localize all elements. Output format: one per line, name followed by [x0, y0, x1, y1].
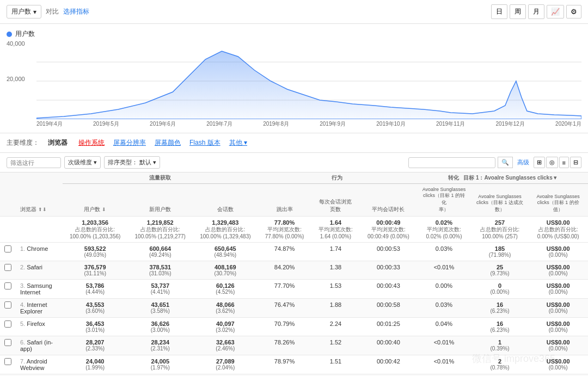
- row-checkbox-cell[interactable]: [0, 318, 16, 336]
- th-avg-session[interactable]: 平均会话时长: [360, 184, 416, 217]
- th-pages-per-session[interactable]: 每次会话浏览页数: [311, 184, 360, 217]
- browser-link[interactable]: Firefox: [27, 320, 45, 327]
- total-label: [16, 217, 63, 243]
- x-label-6: 2019年10月: [376, 120, 405, 128]
- row-number: 4.: [20, 301, 25, 308]
- row-checkbox[interactable]: [4, 358, 11, 365]
- select-metric-link[interactable]: 选择指标: [63, 7, 89, 16]
- row-completions: 25 (9.73%): [471, 261, 529, 280]
- row-checkbox-cell[interactable]: [0, 243, 16, 261]
- row-checkbox[interactable]: [4, 245, 11, 252]
- x-label-7: 2019年11月: [436, 120, 465, 128]
- row-checkbox[interactable]: [4, 264, 11, 271]
- row-conv-rate: <0.01%: [416, 336, 471, 355]
- filter-bar: 次级维度 ▾ 排序类型： 默认 ▾ 🔍 高级 ⊞ ◎ ≡ ⊟: [0, 153, 588, 172]
- row-pages: 1.87: [311, 374, 360, 377]
- row-checkbox-cell[interactable]: [0, 336, 16, 355]
- browser-link[interactable]: Safari (in-app): [20, 339, 53, 352]
- row-checkbox[interactable]: [4, 339, 11, 346]
- row-pages: 1.38: [311, 261, 360, 280]
- th-conv-rate[interactable]: Avoalre Sunglassesclicks（目标 1 的转化率）: [416, 184, 471, 217]
- row-sessions: 32,663 (2.46%): [193, 336, 258, 355]
- th-browser[interactable]: 浏览器 ⬆⬇: [16, 172, 63, 217]
- chevron-down-icon: ▾: [33, 8, 36, 16]
- row-browser-cell: 2. Safari: [16, 261, 63, 280]
- row-new-users: 600,664 (49.24%): [127, 243, 193, 261]
- row-users: 53,786 (4.44%): [63, 280, 128, 299]
- row-checkbox-cell[interactable]: [0, 261, 16, 280]
- row-new-users: 378,531 (31.03%): [127, 261, 193, 280]
- row-checkbox[interactable]: [4, 301, 11, 309]
- row-completions: 185 (71.98%): [471, 243, 529, 261]
- th-value[interactable]: Avoalre Sunglassesclicks（目标 1 的价值）: [528, 184, 588, 217]
- scatter-chart-icon[interactable]: ⚙: [566, 5, 581, 19]
- dim-tab-flash[interactable]: Flash 版本: [185, 137, 225, 149]
- row-checkbox[interactable]: [4, 282, 11, 289]
- pivot-view-icon[interactable]: ⊟: [570, 157, 581, 168]
- row-users: 376,579 (31.11%): [63, 261, 128, 280]
- row-number: 6.: [20, 339, 25, 346]
- view-icons: ⊞ ◎ ≡ ⊟: [534, 157, 581, 168]
- line-chart-icon[interactable]: 📈: [547, 5, 564, 19]
- dim-tab-other[interactable]: 其他 ▾: [225, 137, 252, 149]
- row-browser-cell: 7. Android Webview: [16, 355, 63, 374]
- dim-tab-color[interactable]: 屏幕颜色: [150, 137, 185, 149]
- row-conv-rate: <0.01%: [416, 261, 471, 280]
- row-checkbox[interactable]: [4, 320, 11, 328]
- th-new-users[interactable]: 新用户数: [127, 184, 193, 217]
- secondary-dim-selector[interactable]: 次级维度 ▾: [64, 156, 101, 169]
- sort-type-label: 排序类型：: [108, 158, 138, 167]
- metric-selector[interactable]: 用户数 ▾: [7, 5, 41, 19]
- period-day-button[interactable]: 日: [491, 4, 507, 19]
- browser-link[interactable]: Safari: [27, 264, 42, 270]
- bar-view-icon[interactable]: ≡: [559, 157, 569, 168]
- chart-svg: [36, 43, 581, 119]
- row-checkbox-cell[interactable]: [0, 280, 16, 299]
- row-checkbox-cell[interactable]: [0, 374, 16, 377]
- row-completions: 16 (6.23%): [471, 299, 529, 318]
- row-users: 24,040 (1.99%): [63, 355, 128, 374]
- sort-arrow-browser: ⬆⬇: [38, 207, 47, 212]
- total-row: 1,203,356 占总数的百分比: 100.00% (1,203,356) 1…: [0, 217, 588, 243]
- th-sessions[interactable]: 会话数: [193, 184, 258, 217]
- row-checkbox-cell[interactable]: [0, 299, 16, 318]
- browser-link[interactable]: Samsung Internet: [20, 282, 52, 295]
- row-bounce: 78.26%: [258, 336, 311, 355]
- browser-link[interactable]: Chrome: [27, 245, 48, 252]
- sort-type-selector[interactable]: 排序类型： 默认 ▾: [104, 156, 160, 169]
- filter-input[interactable]: [7, 157, 61, 168]
- advanced-link[interactable]: 高级: [517, 158, 529, 167]
- compare-label: 对比: [46, 7, 59, 16]
- row-pages: 1.74: [311, 243, 360, 261]
- table-row: 6. Safari (in-app) 28,207 (2.33%) 28,234…: [0, 336, 588, 355]
- legend-label: 用户数: [15, 29, 35, 39]
- th-users[interactable]: 用户数 ⬇: [63, 184, 128, 217]
- period-week-button[interactable]: 周: [510, 4, 526, 19]
- period-month-button[interactable]: 月: [528, 4, 544, 19]
- row-duration: 00:00:40: [360, 336, 416, 355]
- row-new-users: 43,651 (3.58%): [127, 299, 193, 318]
- row-number: 7.: [20, 358, 25, 365]
- row-value: US$0.00 (0.00%): [528, 261, 588, 280]
- row-checkbox-cell[interactable]: [0, 355, 16, 374]
- search-input[interactable]: [408, 157, 495, 168]
- table-view-icon[interactable]: ⊞: [534, 157, 545, 168]
- th-completions[interactable]: Avoalre Sunglassesclicks（目标 1 达成次数）: [471, 184, 529, 217]
- row-pages: 2.24: [311, 318, 360, 336]
- row-completions: 2 (0.78%): [471, 355, 529, 374]
- dim-tab-browser[interactable]: 浏览器: [44, 137, 72, 149]
- row-bounce: 70.79%: [258, 318, 311, 336]
- row-value: US$0.00 (0.00%): [528, 280, 588, 299]
- row-value: US$0.00 (0.00%): [528, 374, 588, 377]
- dim-tab-resolution[interactable]: 屏幕分辨率: [109, 137, 150, 149]
- th-acquisition-group: 流量获取: [63, 172, 258, 184]
- search-button[interactable]: 🔍: [498, 157, 513, 168]
- row-completions: 2 (0.78%): [471, 374, 529, 377]
- dim-tab-os[interactable]: 操作系统: [74, 137, 109, 149]
- th-bounce-rate[interactable]: 跳出率: [258, 184, 311, 217]
- row-sessions: 408,169 (30.70%): [193, 261, 258, 280]
- row-value: US$0.00 (0.00%): [528, 243, 588, 261]
- row-value: US$0.00 (0.00%): [528, 336, 588, 355]
- pie-view-icon[interactable]: ◎: [546, 157, 558, 168]
- row-conv-rate: 0.04%: [416, 318, 471, 336]
